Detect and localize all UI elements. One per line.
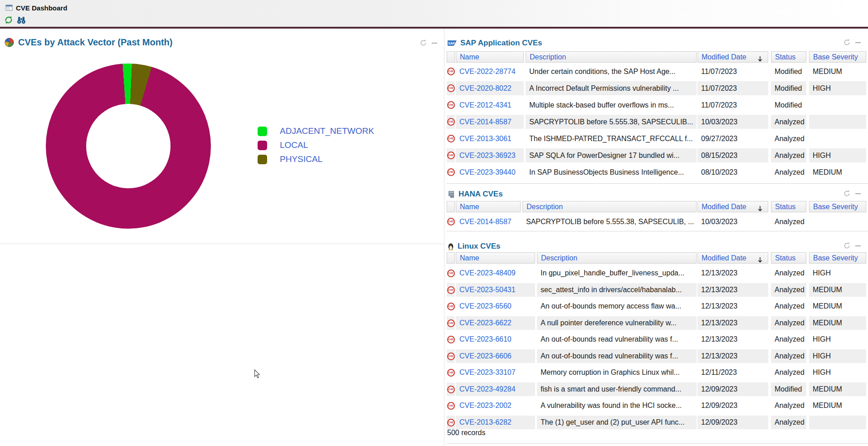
cve-link[interactable]: CVE-2014-8587: [456, 115, 524, 129]
table-row[interactable]: CVECVE-2023-39440In SAP BusinessObjects …: [447, 165, 866, 179]
cve-link[interactable]: CVE-2022-28774: [456, 64, 524, 78]
cve-modified-date: 11/07/2023: [697, 98, 768, 112]
view-tab[interactable]: CVE Dashboard: [5, 3, 67, 13]
table-row[interactable]: CVECVE-2013-6282The (1) get_user and (2)…: [447, 416, 866, 429]
column-header-status[interactable]: Status: [771, 201, 806, 212]
table-row[interactable]: CVECVE-2023-49284fish is a smart and use…: [447, 382, 866, 396]
cve-status: Analyzed: [771, 366, 806, 379]
cve-icon: CVE: [447, 366, 455, 379]
cve-modified-date: 10/03/2023: [697, 215, 768, 229]
cve-link[interactable]: CVE-2023-6622: [456, 316, 535, 330]
cve-link[interactable]: CVE-2013-6282: [456, 416, 535, 429]
cve-link[interactable]: CVE-2023-2002: [456, 399, 535, 412]
table-row[interactable]: CVECVE-2023-36923SAP SQLA for PowerDesig…: [447, 148, 866, 162]
cve-link[interactable]: CVE-2023-48409: [456, 266, 535, 280]
table-row[interactable]: CVECVE-2023-48409In gpu_pixel_handle_buf…: [447, 266, 866, 280]
cve-status: Modified: [771, 98, 806, 112]
section-refresh-icon[interactable]: [420, 39, 427, 46]
cve-modified-date: 12/09/2023: [697, 416, 768, 429]
cve-link[interactable]: CVE-2020-8022: [456, 81, 524, 95]
column-header-name[interactable]: Name: [456, 252, 535, 264]
cve-link[interactable]: CVE-2023-33107: [456, 366, 535, 379]
column-header-modified-date[interactable]: Modified Date: [697, 201, 768, 212]
cve-severity: MEDIUM: [809, 399, 866, 412]
panel-divider[interactable]: [444, 29, 444, 446]
table-row[interactable]: CVECVE-2023-6606An out-of-bounds read vu…: [447, 349, 866, 363]
cve-link[interactable]: CVE-2023-6610: [456, 333, 535, 346]
chart-legend: ADJACENT_NETWORKLOCALPHYSICAL: [258, 126, 374, 168]
toolbar: [4, 15, 26, 25]
cve-link[interactable]: CVE-2023-6560: [456, 299, 535, 313]
column-header-modified-date[interactable]: Modified Date: [697, 51, 768, 63]
column-header-base-severity[interactable]: Base Severity: [809, 252, 866, 264]
cve-link[interactable]: CVE-2023-50431: [456, 283, 535, 297]
search-button[interactable]: [16, 15, 26, 25]
section-refresh-icon[interactable]: [844, 190, 850, 197]
cve-link[interactable]: CVE-2023-39440: [456, 165, 524, 179]
table-row[interactable]: CVECVE-2023-33107Memory corruption in Gr…: [447, 366, 866, 379]
column-header-status[interactable]: Status: [771, 252, 806, 264]
cve-link[interactable]: CVE-2013-3061: [456, 132, 524, 146]
cve-link[interactable]: CVE-2014-8587: [456, 215, 521, 229]
section-minimize-icon[interactable]: [855, 42, 861, 43]
row-header-cell: [447, 201, 455, 212]
cve-description: A vulnerability was found in the HCI soc…: [537, 399, 697, 412]
section-title: Linux CVEs: [458, 242, 500, 251]
section-minimize-icon[interactable]: [432, 43, 437, 44]
cve-icon: CVE: [447, 349, 455, 363]
cve-severity: HIGH: [809, 148, 866, 162]
cve-link[interactable]: CVE-2023-49284: [456, 382, 535, 396]
cve-severity: [809, 98, 866, 112]
table-row[interactable]: CVECVE-2012-4341Multiple stack-based buf…: [447, 98, 866, 112]
table-header: Name Description Modified Date Status Ba…: [447, 201, 866, 213]
cve-icon: CVE: [447, 333, 455, 346]
cve-status: Analyzed: [771, 148, 806, 162]
row-header-cell: [447, 51, 455, 63]
section-refresh-icon[interactable]: [844, 242, 850, 249]
cve-severity: MEDIUM: [809, 64, 866, 78]
column-header-description[interactable]: Description: [526, 51, 697, 63]
column-header-modified-date[interactable]: Modified Date: [697, 252, 768, 264]
cve-severity: MEDIUM: [809, 382, 866, 396]
cve-description: sec_attest_info in drivers/accel/habanal…: [537, 283, 697, 297]
cve-description: SAPCRYPTOLIB before 5.555.38, SAPSECULIB…: [526, 115, 697, 129]
cve-severity: HIGH: [809, 266, 866, 280]
cve-description: Memory corruption in Graphics Linux whil…: [537, 366, 697, 379]
cve-link[interactable]: CVE-2012-4341: [456, 98, 524, 112]
column-header-description[interactable]: Description: [537, 252, 697, 264]
column-header-name[interactable]: Name: [456, 201, 521, 212]
cve-status: Analyzed: [771, 266, 806, 280]
column-header-status[interactable]: Status: [771, 51, 806, 63]
cve-link[interactable]: CVE-2023-36923: [456, 148, 524, 162]
cve-icon: CVE: [447, 316, 455, 330]
cve-icon: CVE: [447, 215, 455, 229]
table-row[interactable]: CVECVE-2022-28774Under certain condition…: [447, 64, 866, 78]
table-row[interactable]: CVECVE-2023-6610An out-of-bounds read vu…: [447, 333, 866, 346]
column-header-description[interactable]: Description: [522, 201, 697, 212]
table-row[interactable]: CVECVE-2023-2002A vulnerability was foun…: [447, 399, 866, 412]
table-row[interactable]: CVECVE-2023-50431sec_attest_info in driv…: [447, 283, 866, 297]
column-header-base-severity[interactable]: Base Severity: [809, 51, 866, 63]
table-header: Name Description Modified Date Status Ba…: [447, 51, 866, 63]
column-header-base-severity[interactable]: Base Severity: [809, 201, 866, 212]
section-minimize-icon[interactable]: [855, 245, 861, 246]
table-row[interactable]: CVECVE-2023-6622A null pointer dereferen…: [447, 316, 866, 330]
section-refresh-icon[interactable]: [844, 39, 850, 46]
cve-description: Multiple stack-based buffer overflows in…: [526, 98, 697, 112]
section-minimize-icon[interactable]: [855, 193, 861, 194]
chart-title: CVEs by Attack Vector (Past Month): [18, 37, 172, 48]
legend-label: PHYSICAL: [280, 154, 322, 164]
refresh-button[interactable]: [4, 15, 14, 25]
tables-panel: SAP SAP Application CVEs Name Descriptio…: [447, 29, 868, 446]
column-header-name[interactable]: Name: [456, 51, 524, 63]
cve-status: Analyzed: [771, 115, 806, 129]
table-row[interactable]: CVECVE-2013-3061The ISHMED-PATRED_TRANSA…: [447, 132, 866, 146]
cve-description: SAP SQLA for PowerDesigner 17 bundled wi…: [526, 148, 697, 162]
table-row[interactable]: CVECVE-2014-8587SAPCRYPTOLIB before 5.55…: [447, 215, 866, 229]
legend-item: ADJACENT_NETWORK: [258, 126, 374, 136]
cve-link[interactable]: CVE-2023-6606: [456, 349, 535, 363]
table-row[interactable]: CVECVE-2014-8587SAPCRYPTOLIB before 5.55…: [447, 115, 866, 129]
cve-severity: MEDIUM: [809, 316, 866, 330]
table-row[interactable]: CVECVE-2023-6560An out-of-bounds memory …: [447, 299, 866, 313]
table-row[interactable]: CVECVE-2020-8022A Incorrect Default Perm…: [447, 81, 866, 95]
